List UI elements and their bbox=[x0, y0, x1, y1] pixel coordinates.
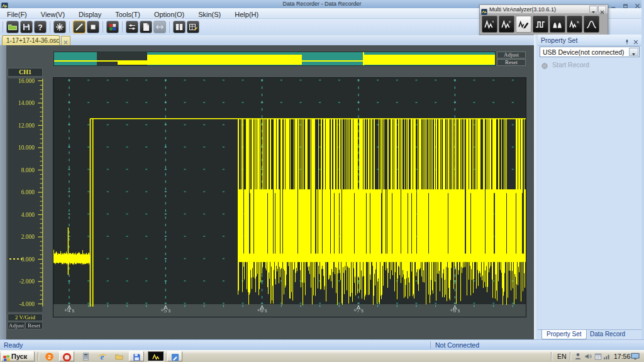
property-panel-title: Property Set bbox=[541, 36, 577, 44]
analyzer-wave-square-button[interactable] bbox=[533, 16, 548, 33]
device-select[interactable]: USB Device(not connected) bbox=[540, 47, 640, 57]
folder-icon bbox=[114, 353, 124, 362]
x-tick-label: +4 s bbox=[57, 307, 82, 314]
document-tab-bar: 1-17+17-14-36.osc bbox=[0, 35, 534, 45]
axis-reset-button[interactable]: Reset bbox=[25, 322, 43, 329]
y-tick-label: 0.000 bbox=[8, 256, 35, 263]
channel-label: CH1 bbox=[8, 68, 43, 77]
status-connection: Not Connected bbox=[435, 341, 479, 349]
toolbar-separator bbox=[50, 21, 50, 33]
overview-minimap[interactable] bbox=[53, 52, 496, 66]
quick-launch-opera[interactable] bbox=[59, 351, 74, 361]
waveform-canvas[interactable] bbox=[53, 78, 526, 317]
y-tick-label: 6.000 bbox=[8, 189, 35, 195]
new-page-button[interactable] bbox=[140, 21, 152, 33]
y-tick-label: 2.000 bbox=[8, 234, 35, 240]
start-record-button: Start Record bbox=[541, 60, 635, 70]
analyzer-dropdown-icon[interactable] bbox=[589, 6, 597, 13]
color-palette-button[interactable] bbox=[106, 21, 119, 33]
resize-button[interactable] bbox=[153, 21, 166, 33]
quick-launch-messenger-orange[interactable]: 2 bbox=[43, 351, 55, 361]
language-indicator[interactable]: EN bbox=[557, 353, 567, 360]
taskbar: Пуск 2e EN 17:56 bbox=[0, 350, 644, 362]
pin-icon[interactable] bbox=[623, 36, 631, 44]
overview-reset-button[interactable]: Reset bbox=[497, 59, 526, 66]
quick-launch-data-recorder[interactable] bbox=[148, 351, 164, 361]
taskbar-separator bbox=[38, 352, 39, 361]
svg-text:2: 2 bbox=[48, 354, 51, 360]
overview-adjust-button[interactable]: Adjust bbox=[497, 52, 526, 58]
filter-icon bbox=[127, 23, 137, 34]
tray-user-icon[interactable] bbox=[574, 352, 583, 361]
stop-button[interactable] bbox=[87, 21, 99, 33]
opera-icon bbox=[62, 353, 72, 362]
y-tick-label: 10.000 bbox=[8, 145, 35, 151]
line-style-button[interactable] bbox=[73, 21, 86, 33]
quick-launch-calculator[interactable] bbox=[79, 351, 92, 361]
start-button[interactable]: Пуск bbox=[1, 351, 35, 361]
show-desktop-icon[interactable] bbox=[630, 352, 641, 361]
analyzer-close-icon[interactable] bbox=[598, 6, 606, 13]
quick-launch-editor[interactable] bbox=[167, 351, 182, 361]
svg-text:s: s bbox=[492, 19, 494, 23]
analyzer-wave-periodic-button[interactable]: p bbox=[499, 16, 514, 33]
document-tab[interactable]: 1-17+17-14-36.osc bbox=[2, 35, 60, 45]
tab-data-record[interactable]: Data Record bbox=[586, 330, 630, 339]
filter-button[interactable] bbox=[126, 21, 138, 33]
open-folder-button[interactable] bbox=[6, 21, 19, 33]
data-recorder-icon bbox=[152, 353, 161, 362]
save-icon bbox=[21, 23, 31, 34]
columns-icon bbox=[174, 23, 184, 34]
y-tick-label: 12.000 bbox=[8, 123, 35, 129]
stop-icon bbox=[88, 23, 98, 34]
quick-launch-internet-explorer[interactable]: e bbox=[96, 351, 108, 361]
x-tick-label: +7 s bbox=[346, 307, 371, 314]
analyzer-buttons: sph bbox=[481, 15, 606, 34]
columns-button[interactable] bbox=[173, 21, 186, 33]
device-select-value: USB Device(not connected) bbox=[543, 48, 625, 56]
analyzer-wave-record-button[interactable] bbox=[516, 16, 531, 33]
analyzer-wave-pulse-button[interactable] bbox=[584, 16, 599, 33]
x-tick-label: +5 s bbox=[153, 307, 178, 314]
calculator-icon bbox=[81, 353, 91, 362]
y-tick-label: 4.000 bbox=[8, 212, 35, 218]
restore-icon[interactable] bbox=[620, 1, 631, 8]
internet-explorer-icon: e bbox=[97, 353, 107, 362]
resize-icon bbox=[155, 23, 165, 34]
wave-periodic-icon: p bbox=[501, 21, 513, 32]
analyzer-title-bar[interactable]: Multi VirAnalyzer(3.10.6.1) bbox=[480, 5, 608, 14]
tray-calendar-icon[interactable] bbox=[594, 352, 603, 361]
tray-volume-icon[interactable] bbox=[584, 352, 593, 361]
status-separator bbox=[430, 341, 431, 349]
save-button[interactable] bbox=[20, 21, 33, 33]
combo-arrow-icon[interactable] bbox=[629, 48, 638, 56]
x-tick-label: +6 s bbox=[250, 307, 275, 314]
volts-per-grid-label: 2 V/Grid bbox=[8, 314, 43, 321]
wave-square-icon bbox=[535, 21, 547, 32]
quick-launch-folder[interactable] bbox=[113, 351, 125, 361]
analyzer-app-icon bbox=[481, 6, 487, 13]
help-button[interactable]: ? bbox=[34, 21, 47, 33]
axis-adjust-button[interactable]: Adjust bbox=[8, 322, 25, 329]
overview-signal bbox=[147, 55, 302, 65]
analyzer-wave-static-button[interactable]: s bbox=[482, 16, 497, 33]
table-edit-button[interactable] bbox=[187, 21, 199, 33]
panel-close-icon[interactable] bbox=[632, 36, 640, 44]
settings-button[interactable] bbox=[53, 21, 66, 33]
table-edit-icon bbox=[188, 23, 198, 34]
analyzer-wave-dual-button[interactable] bbox=[550, 16, 565, 33]
wave-decay-icon: h bbox=[569, 21, 580, 32]
tray-signal-icon[interactable] bbox=[602, 352, 612, 361]
minimize-icon[interactable] bbox=[608, 1, 619, 8]
document-tab-label: 1-17+17-14-36.osc bbox=[6, 37, 59, 44]
tab-close-icon[interactable] bbox=[61, 36, 70, 45]
toolbar-separator bbox=[169, 21, 170, 33]
x-tick-label: +8 s bbox=[442, 307, 467, 314]
screen: Data Recorder - Data Recorder File(F)Vie… bbox=[0, 0, 644, 362]
wave-static-icon: s bbox=[484, 21, 496, 32]
floppy-save-icon bbox=[132, 353, 142, 362]
tab-property-set[interactable]: Property Set bbox=[541, 330, 587, 339]
status-ready: Ready bbox=[4, 341, 23, 349]
quick-launch-floppy-save[interactable] bbox=[129, 351, 144, 361]
analyzer-wave-decay-button[interactable]: h bbox=[567, 16, 582, 33]
